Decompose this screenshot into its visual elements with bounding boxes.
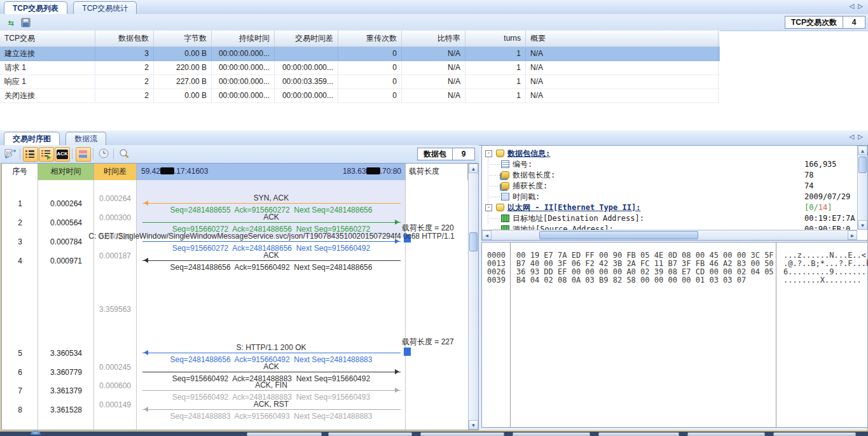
- tree-leaf-label: 目标地址[Destination Address]:: [513, 213, 644, 223]
- seq-arrow[interactable]: [142, 409, 401, 410]
- seq-arrow[interactable]: [142, 353, 401, 353]
- tree-row[interactable]: 时间戳:2009/07/29: [482, 192, 857, 202]
- seq-arrow[interactable]: [142, 222, 401, 223]
- table-cell: 0: [338, 89, 402, 102]
- packet-count-value: 9: [452, 148, 474, 160]
- scrollbar-thumb[interactable]: [539, 231, 698, 239]
- form-icon: [501, 193, 509, 200]
- seq-arrow[interactable]: [142, 390, 401, 391]
- tab-data-stream[interactable]: 数据流: [65, 132, 106, 145]
- table-row[interactable]: 关闭连接20.00 B00:00:00.000...00:00:00.000..…: [0, 89, 720, 103]
- taskbar-button[interactable]: [420, 432, 504, 436]
- tab-sequence-diagram[interactable]: 交易时序图: [4, 132, 60, 145]
- tree-row[interactable]: -数据包信息:: [482, 148, 857, 159]
- table-cell: 00:00:00.000...: [212, 47, 275, 60]
- taskbar-button[interactable]: [328, 432, 412, 436]
- seq-arrow[interactable]: [142, 203, 401, 204]
- tree-row[interactable]: 目标地址[Destination Address]:00:19:E7:7A: [482, 213, 857, 224]
- column-header[interactable]: 重传次数: [338, 31, 402, 46]
- seq-vertical-scrollbar[interactable]: ▲ ▼: [468, 164, 478, 430]
- tree-row[interactable]: 数据包长度:78: [482, 170, 857, 181]
- seq-rel-time: 0.000971: [38, 257, 94, 266]
- seq-arrow[interactable]: [142, 241, 401, 242]
- taskbar-button[interactable]: [687, 432, 765, 436]
- scroll-up-button[interactable]: ▲: [469, 164, 478, 173]
- column-header[interactable]: 概要: [526, 31, 719, 46]
- list-play-icon: [39, 148, 52, 160]
- taskbar-button[interactable]: [247, 432, 322, 436]
- scroll-up-button[interactable]: ▲: [858, 146, 867, 155]
- show-ack-button[interactable]: ACK: [55, 147, 70, 162]
- scrollbar-thumb[interactable]: [469, 232, 478, 251]
- tree-horizontal-scrollbar[interactable]: ◄ ►: [482, 230, 857, 240]
- column-header[interactable]: turns: [465, 31, 526, 46]
- scroll-left-button[interactable]: ◄: [482, 230, 492, 240]
- tree-row[interactable]: -以太网 - II[Ethernet Type II]:[0/14]: [482, 202, 857, 213]
- table-cell: 00:00:00.000...: [212, 61, 275, 74]
- start-orb-icon[interactable]: [31, 431, 41, 435]
- payload-bars-button[interactable]: [76, 147, 91, 162]
- bottom-tab-scroll-left-icon[interactable]: ◁: [850, 133, 856, 140]
- column-header[interactable]: 数据包数: [95, 31, 154, 46]
- seq-header-rel-time[interactable]: 相对时间: [38, 164, 94, 180]
- column-header[interactable]: 交易时间差: [275, 31, 338, 46]
- tree-row[interactable]: 捕获长度:74: [482, 181, 857, 192]
- column-header[interactable]: 字节数: [154, 31, 212, 46]
- time-format-button[interactable]: 10: [3, 147, 18, 162]
- tcp-transaction-count-label: TCP交易次数: [785, 17, 843, 28]
- table-cell: N/A: [402, 61, 465, 74]
- time-scale-button[interactable]: [97, 147, 112, 162]
- endpoint-left: 59.42.17:41603: [141, 164, 208, 179]
- hex-bytes: B4 04 02 08 0A 03 B9 82 58 00 00 00 00 0…: [516, 276, 746, 285]
- export-transactions-button[interactable]: ⇆: [3, 16, 18, 31]
- taskbar-button[interactable]: [513, 432, 590, 436]
- show-packet-info-button[interactable]: [39, 147, 54, 162]
- tree-value: 74: [804, 181, 813, 191]
- tree-row[interactable]: 编号:166,935: [482, 159, 857, 170]
- tree-connector: [490, 164, 500, 165]
- scroll-down-button[interactable]: ▼: [858, 220, 867, 230]
- expand-box-icon[interactable]: -: [485, 204, 492, 211]
- table-row[interactable]: 请求 12220.00 B00:00:00.000...00:00:00.000…: [0, 61, 720, 75]
- seq-row-number: 2: [2, 218, 38, 228]
- table-cell: 00:00:00.000...: [212, 75, 275, 88]
- packet-info-panel: -数据包信息:编号:166,935数据包长度:78捕获长度:74时间戳:2009…: [481, 145, 868, 241]
- scroll-right-button[interactable]: ►: [848, 230, 857, 240]
- seq-packet-label: C: GET /SingleWindow/SingleWindowMessage…: [65, 232, 468, 241]
- tab-tcp-transaction-stats[interactable]: TCP交易统计: [73, 1, 137, 15]
- show-seq-numbers-button[interactable]: [23, 147, 38, 162]
- save-button[interactable]: [18, 16, 34, 31]
- tree-leaf-label: 时间戳:: [513, 192, 540, 202]
- seq-header-time-delta[interactable]: 时间差: [94, 164, 137, 180]
- table-row[interactable]: 响应 12227.00 B00:00:00.000...00:00:03.359…: [0, 75, 720, 89]
- seq-header-number[interactable]: 序号: [2, 164, 38, 180]
- tab-tcp-transaction-list[interactable]: TCP交易列表: [4, 1, 67, 15]
- column-header[interactable]: 持续时间: [212, 31, 275, 46]
- tab-scroll-right-icon[interactable]: ▷: [858, 3, 864, 10]
- bottom-tab-scroll-arrows: ◁▷: [847, 133, 864, 140]
- search-button[interactable]: [117, 147, 132, 162]
- scrollbar-thumb[interactable]: [858, 157, 867, 173]
- seq-arrow[interactable]: [142, 372, 401, 372]
- table-cell: 3: [95, 47, 154, 60]
- tree-vertical-scrollbar[interactable]: ▲ ▼: [857, 146, 867, 230]
- bottom-tab-scroll-right-icon[interactable]: ▷: [858, 133, 864, 140]
- redaction-mark: [160, 167, 174, 174]
- seq-rel-time: 3.360779: [38, 368, 94, 377]
- column-header[interactable]: TCP交易: [0, 31, 95, 46]
- taskbar-button[interactable]: [598, 432, 679, 436]
- seq-time-delta: 0.000300: [94, 213, 136, 223]
- scroll-down-button[interactable]: ▼: [469, 420, 478, 430]
- tree-row[interactable]: 源地址[Source Address]:00:90:FB:0: [482, 224, 857, 230]
- taskbar-button[interactable]: [773, 432, 856, 436]
- table-row[interactable]: 建立连接30.00 B00:00:00.000...0N/A1N/A: [0, 47, 720, 61]
- payload-length-label: 载荷长度 = 227: [402, 337, 454, 346]
- tab-scroll-arrows: ◁▷: [847, 3, 864, 10]
- tab-scroll-left-icon[interactable]: ◁: [850, 3, 856, 10]
- column-header[interactable]: 比特率: [402, 31, 465, 46]
- seq-time-delta: 0.000149: [94, 400, 136, 410]
- seq-header-payload[interactable]: 载荷长度: [406, 164, 468, 180]
- seq-header-endpoints: 59.42.17:41603 183.63.70:80: [137, 164, 406, 180]
- seq-arrow[interactable]: [142, 260, 401, 261]
- expand-box-icon[interactable]: -: [485, 150, 492, 157]
